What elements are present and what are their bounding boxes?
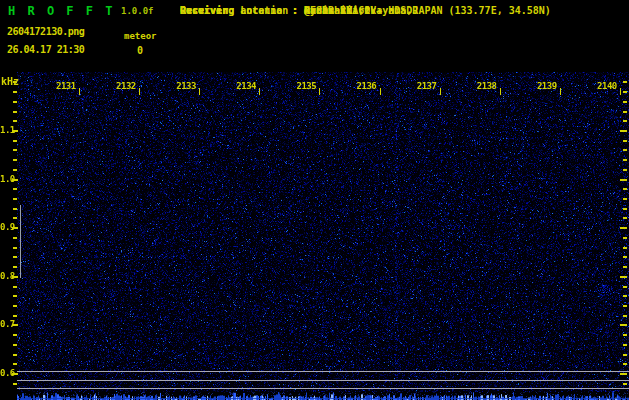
freq-minor-tick bbox=[13, 354, 17, 356]
time-tick bbox=[79, 88, 80, 95]
freq-minor-tick bbox=[13, 286, 17, 288]
freq-minor-tick bbox=[623, 188, 627, 190]
freq-minor-tick bbox=[13, 266, 17, 268]
freq-minor-tick bbox=[623, 159, 627, 161]
freq-major-tick bbox=[12, 276, 18, 278]
time-tick bbox=[199, 88, 200, 95]
freq-minor-tick bbox=[13, 101, 17, 103]
freq-minor-tick bbox=[13, 344, 17, 346]
freq-minor-tick bbox=[623, 266, 627, 268]
freq-minor-tick bbox=[623, 286, 627, 288]
mode-label: meteor bbox=[124, 31, 157, 41]
freq-minor-tick bbox=[13, 305, 17, 307]
freq-minor-tick bbox=[13, 159, 17, 161]
freq-minor-tick bbox=[13, 169, 17, 171]
freq-minor-tick bbox=[623, 363, 627, 365]
version-label: 1.0.0f bbox=[121, 6, 154, 16]
hrofft-window: H R O F F T 1.0.0f 2604172130.png meteor… bbox=[0, 0, 629, 400]
freq-minor-tick bbox=[623, 81, 627, 83]
freq-major-tick bbox=[620, 276, 627, 278]
freq-minor-tick bbox=[623, 383, 627, 385]
freq-minor-tick bbox=[13, 140, 17, 142]
freq-major-tick bbox=[620, 227, 627, 229]
time-tick bbox=[620, 88, 621, 95]
time-axis-label: 2133 bbox=[176, 81, 196, 91]
freq-minor-tick bbox=[623, 149, 627, 151]
time-tick bbox=[259, 88, 260, 95]
freq-minor-tick bbox=[623, 354, 627, 356]
freq-minor-tick bbox=[13, 256, 17, 258]
freq-minor-tick bbox=[623, 198, 627, 200]
time-tick bbox=[560, 88, 561, 95]
freq-minor-tick bbox=[623, 169, 627, 171]
freq-minor-tick bbox=[13, 208, 17, 210]
freq-minor-tick bbox=[13, 120, 17, 122]
freq-minor-tick bbox=[13, 383, 17, 385]
time-axis-label: 2131 bbox=[56, 81, 76, 91]
freq-minor-tick bbox=[623, 295, 627, 297]
spectrogram-canvas bbox=[17, 72, 629, 400]
freq-minor-tick bbox=[13, 247, 17, 249]
freq-minor-tick bbox=[623, 217, 627, 219]
freq-minor-tick bbox=[623, 101, 627, 103]
freq-minor-tick bbox=[623, 140, 627, 142]
freq-minor-tick bbox=[13, 188, 17, 190]
freq-minor-tick bbox=[623, 334, 627, 336]
freq-minor-tick bbox=[623, 111, 627, 113]
time-tick bbox=[380, 88, 381, 95]
time-axis-label: 2136 bbox=[357, 81, 377, 91]
info-row: Recviving antenna:Radix RY-62V bbox=[180, 4, 376, 17]
freq-major-tick bbox=[12, 227, 18, 229]
freq-minor-tick bbox=[13, 334, 17, 336]
freq-major-tick bbox=[12, 324, 18, 326]
freq-major-tick bbox=[620, 373, 627, 375]
freq-minor-tick bbox=[13, 363, 17, 365]
time-axis-label: 2140 bbox=[597, 81, 617, 91]
freq-minor-tick bbox=[13, 295, 17, 297]
freq-minor-tick bbox=[13, 111, 17, 113]
time-axis-label: 2134 bbox=[236, 81, 256, 91]
time-tick bbox=[500, 88, 501, 95]
freq-minor-tick bbox=[13, 91, 17, 93]
time-axis-label: 2132 bbox=[116, 81, 136, 91]
freq-minor-tick bbox=[13, 81, 17, 83]
meteor-count-value: 0 bbox=[137, 45, 143, 56]
time-tick bbox=[139, 88, 140, 95]
freq-major-tick bbox=[620, 179, 627, 181]
freq-minor-tick bbox=[623, 120, 627, 122]
time-tick bbox=[440, 88, 441, 95]
freq-minor-tick bbox=[13, 149, 17, 151]
freq-minor-tick bbox=[623, 208, 627, 210]
freq-major-tick bbox=[12, 373, 18, 375]
time-tick bbox=[319, 88, 320, 95]
freq-minor-tick bbox=[13, 237, 17, 239]
freq-minor-tick bbox=[623, 256, 627, 258]
freq-minor-tick bbox=[623, 247, 627, 249]
freq-minor-tick bbox=[13, 315, 17, 317]
time-axis-label: 2135 bbox=[296, 81, 316, 91]
info-separator: : bbox=[292, 4, 302, 17]
freq-minor-tick bbox=[623, 237, 627, 239]
freq-minor-tick bbox=[623, 315, 627, 317]
time-axis-label: 2137 bbox=[417, 81, 437, 91]
freq-major-tick bbox=[12, 179, 18, 181]
time-axis-label: 2139 bbox=[537, 81, 557, 91]
freq-minor-tick bbox=[623, 305, 627, 307]
axis-layer: kHz 1.11.00.90.80.70.6213121322133213421… bbox=[0, 0, 39, 57]
freq-major-tick bbox=[620, 324, 627, 326]
info-label: Recviving antenna bbox=[180, 4, 292, 17]
freq-minor-tick bbox=[623, 91, 627, 93]
freq-major-tick bbox=[620, 130, 627, 132]
freq-minor-tick bbox=[13, 217, 17, 219]
freq-minor-tick bbox=[623, 344, 627, 346]
time-axis-label: 2138 bbox=[477, 81, 497, 91]
freq-major-tick bbox=[12, 130, 18, 132]
info-value: Radix RY-62V bbox=[304, 4, 376, 17]
freq-minor-tick bbox=[13, 198, 17, 200]
